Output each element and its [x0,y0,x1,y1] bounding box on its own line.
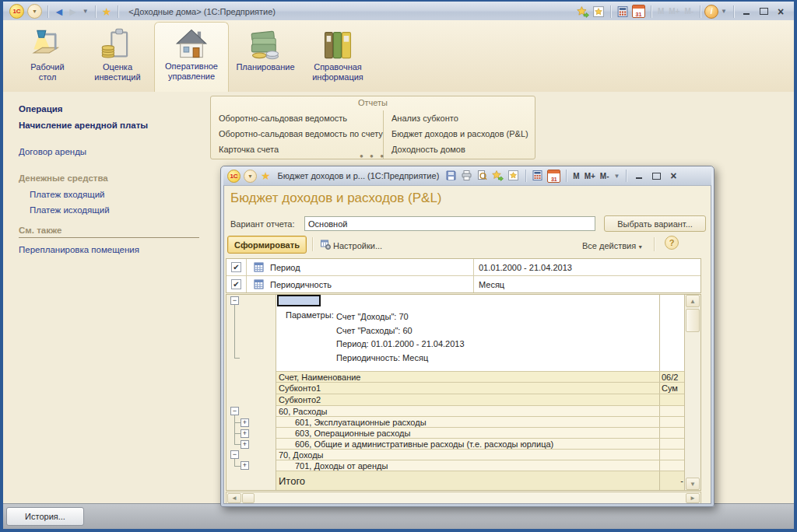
period-checkbox[interactable] [231,262,241,272]
sidebar-item-outgoing-payment[interactable]: Платеж исходящий [30,205,207,215]
minimize-button[interactable] [739,5,753,17]
generate-button[interactable]: Сформировать [227,236,307,254]
scroll-right-button[interactable]: ► [686,493,700,503]
value-cell[interactable] [659,406,685,416]
info-icon[interactable]: i [704,5,718,19]
ribbon-tab-investment-evaluation[interactable]: Оценка инвестиций [83,23,153,92]
param-name[interactable]: Период [270,263,300,272]
collapse-params-expander[interactable] [230,296,239,305]
param-value[interactable]: Месяц [473,276,700,292]
add-favorite-icon[interactable] [577,5,589,18]
settings-button[interactable]: Настройки... [333,241,382,250]
sidebar-item-space-replanning[interactable]: Перепланировка помещения [19,245,207,254]
dialog-menu-dropdown-icon[interactable] [244,170,257,183]
ribbon: Рабочий стол Оценка инвестиций Оперативн… [3,20,794,93]
calculator-icon[interactable] [532,170,544,182]
sheet-params-lines[interactable]: Счет "Доходы": 70 Счет "Расходы": 60 Пер… [336,310,465,365]
memory-m-button[interactable]: M [573,172,579,180]
calendar-icon[interactable]: 31 [547,170,560,183]
vertical-scroll-thumb[interactable] [686,309,700,332]
header-value-cell[interactable]: 06/2 [659,372,685,382]
scroll-down-button[interactable]: ▼ [686,478,700,490]
close-button[interactable]: × [774,5,788,17]
horizontal-scroll-thumb[interactable] [242,493,255,503]
account-cell[interactable]: 60, Расходы [276,406,659,416]
collapse-70-expander[interactable] [230,450,239,459]
value-cell[interactable] [659,428,685,438]
ribbon-tab-operational-management[interactable]: Оперативное управление [154,22,229,92]
more-commands-dropdown-icon[interactable]: ▼ [613,173,620,180]
save-icon[interactable] [445,170,458,182]
add-favorite-icon[interactable] [492,170,504,182]
expand-701-expander[interactable] [241,461,249,470]
desk-lamp-icon [30,26,65,62]
sidebar-item-incoming-payment[interactable]: Платеж входящий [30,190,207,199]
memory-m-minus-button[interactable]: M- [600,172,609,180]
param-value[interactable]: 01.01.2000 - 21.04.2013 [473,259,700,275]
history-button[interactable]: История... [6,507,84,526]
sidebar-item-lease-contract[interactable]: Договор аренды [19,147,207,156]
choose-variant-button[interactable]: Выбрать вариант... [604,215,706,232]
help-button[interactable]: ? [665,236,679,250]
expand-606-expander[interactable] [241,440,249,449]
all-actions-button[interactable]: Все действия [582,241,643,250]
expand-601-expander[interactable] [241,418,249,427]
back-arrow-icon[interactable]: ◄ [54,5,65,18]
report-link-turnover-balance[interactable]: Оборотно-сальдовая ведомость [219,110,383,126]
header-value-cell[interactable] [659,394,685,405]
tree-line [234,422,241,423]
sheet-params-label[interactable]: Параметры: [286,310,334,320]
expand-603-expander[interactable] [241,429,249,438]
main-menu-dropdown-icon[interactable] [27,4,42,19]
dialog-close-button[interactable]: × [666,170,680,182]
ribbon-tab-reference-info[interactable]: Справочная информация [302,23,374,92]
settings-icon[interactable] [320,239,332,251]
periodicity-checkbox[interactable] [231,279,241,289]
total-cell[interactable]: Итого [276,471,659,490]
calculator-icon[interactable] [616,5,629,18]
account-cell[interactable]: 701, Доходы от аренды [276,460,659,471]
favorites-list-icon[interactable] [507,170,520,182]
scroll-up-button[interactable]: ▲ [686,295,700,307]
account-cell[interactable]: 601, Эксплуатационные расходы [276,417,659,427]
sidebar-item-operation[interactable]: Операция [19,104,207,114]
sidebar-item-rent-accrual[interactable]: Начисление арендной платы [19,121,207,130]
horizontal-scrollbar[interactable]: ◄ ► [226,492,701,504]
account-cell[interactable]: 70, Доходы [276,450,659,460]
selected-cell[interactable] [277,295,321,306]
separator [733,5,734,18]
variant-input[interactable] [304,216,595,231]
header-cell[interactable]: Счет, Наименование [276,372,659,382]
param-name[interactable]: Периодичность [270,280,332,289]
scroll-left-button[interactable]: ◄ [227,493,241,503]
favorites-star-icon[interactable]: ★ [261,170,271,182]
value-cell[interactable] [659,439,685,449]
vertical-scrollbar[interactable]: ▲ ▼ [684,295,700,490]
account-cell[interactable]: 603, Операционные расходы [276,428,659,438]
report-link-pnl-budget[interactable]: Бюджет доходов и расходов (P&L) [391,126,535,142]
header-cell[interactable]: Субконто2 [276,394,659,405]
print-icon[interactable] [461,170,473,182]
header-cell[interactable]: Субконто1 [276,383,659,394]
value-cell[interactable] [659,460,685,471]
memory-m-plus-button[interactable]: M+ [585,172,595,180]
value-cell[interactable] [659,450,685,460]
favorites-list-icon[interactable] [592,5,605,18]
nav-history-dropdown-icon[interactable]: ▼ [83,8,89,15]
ribbon-tab-desktop[interactable]: Рабочий стол [14,23,81,92]
favorites-star-icon[interactable]: ★ [102,5,112,18]
ribbon-tab-planning[interactable]: Планирование [230,23,300,92]
account-cell[interactable]: 606, Общие и административные расходы (т… [276,439,659,449]
value-cell[interactable] [659,417,685,427]
dialog-maximize-button[interactable] [649,170,663,182]
dialog-minimize-button[interactable] [632,170,646,182]
maximize-button[interactable] [757,5,771,17]
print-preview-icon[interactable] [476,170,489,182]
report-link-subconto-analysis[interactable]: Анализ субконто [391,110,535,126]
calendar-icon[interactable]: 31 [632,5,645,18]
header-value-cell[interactable]: Сум [659,383,685,394]
total-value-cell[interactable]: - [659,471,685,490]
report-link-turnover-balance-by-account[interactable]: Оборотно-сальдовая ведомость по счету [219,126,383,142]
info-dropdown-icon[interactable]: ▼ [721,8,727,15]
collapse-60-expander[interactable] [230,407,239,415]
